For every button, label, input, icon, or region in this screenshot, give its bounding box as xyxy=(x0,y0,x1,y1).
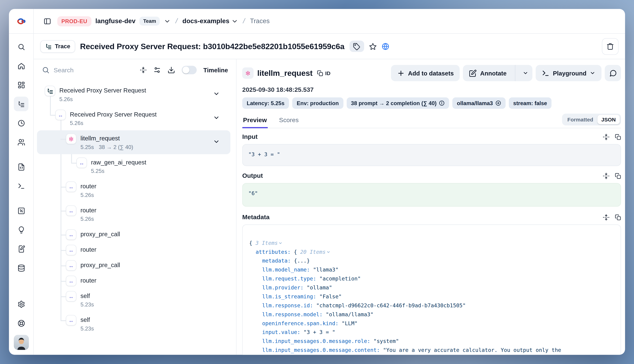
metadata-json-viewer[interactable]: { 3 Itemsattributes: { 20 Itemsmetadata:… xyxy=(242,224,621,355)
node-type-badge: ↔ xyxy=(66,182,76,192)
delete-trace-button[interactable] xyxy=(602,38,618,54)
tree-node-raw-gen-ai-request[interactable]: ↔raw_gen_ai_request5.25s xyxy=(37,154,230,178)
message-bubble-icon xyxy=(609,69,617,77)
annotate-button[interactable]: Annotate xyxy=(463,65,512,81)
collapse-metadata-button[interactable] xyxy=(603,214,609,220)
format-option-json[interactable]: JSON xyxy=(597,115,620,124)
badge[interactable]: ollama/llama3 xyxy=(453,98,506,109)
node-collapse-chevron[interactable] xyxy=(213,90,220,99)
tree-node-litellm-request[interactable]: ✻litellm_request5.25s38 → 2 (∑ 40) xyxy=(37,130,230,154)
copy-id-button[interactable]: ID xyxy=(317,70,330,76)
sidebar-item-tracing[interactable] xyxy=(14,96,29,111)
search-icon xyxy=(42,66,50,74)
input-section-header: Input xyxy=(242,133,621,140)
user-avatar[interactable] xyxy=(14,335,29,350)
sidebar-item-playground[interactable] xyxy=(14,179,29,193)
sidebar-item-search[interactable] xyxy=(14,39,29,54)
sidebar-item-sessions[interactable] xyxy=(14,116,29,130)
sidebar-item-annotation[interactable] xyxy=(14,242,29,256)
sidebar-toggle-button[interactable] xyxy=(41,15,53,27)
tree-settings-button[interactable] xyxy=(153,66,161,74)
format-option-formatted[interactable]: Formatted xyxy=(563,115,597,124)
project-switcher[interactable]: docs-examples xyxy=(182,18,238,25)
sidebar-item-home[interactable] xyxy=(14,58,29,73)
tree-node-router[interactable]: ↔router5.26s xyxy=(37,178,230,202)
tree-connector xyxy=(61,187,66,187)
tree-search-input[interactable] xyxy=(54,66,98,74)
tree-node-self[interactable]: ↔self5.23s xyxy=(37,288,230,312)
json-line: llm.response.id: "chatcmpl-d96622c0-c642… xyxy=(249,301,615,310)
playground-button[interactable]: Playground xyxy=(536,65,601,81)
json-line: metadata: {...} xyxy=(249,256,615,266)
tab-preview[interactable]: Preview xyxy=(242,114,268,128)
json-item-count[interactable]: 20 Items xyxy=(300,249,331,255)
json-item-count[interactable]: 3 Items xyxy=(256,240,283,246)
json-key: metadata: xyxy=(262,258,291,264)
span-arrows-icon: ↔ xyxy=(69,232,74,238)
node-collapse-chevron[interactable] xyxy=(213,138,220,146)
download-button[interactable] xyxy=(168,66,175,74)
breadcrumb-section[interactable]: Traces xyxy=(250,18,270,25)
home-icon xyxy=(17,62,25,70)
tree-node-router[interactable]: ↔router xyxy=(37,272,230,288)
sidebar-item-settings[interactable] xyxy=(14,297,29,311)
tree-toolbar: Timeline xyxy=(34,59,236,77)
node-duration: 5.25s xyxy=(91,167,104,175)
sidebar-item-prompts[interactable] xyxy=(14,160,29,174)
tree-connector xyxy=(61,320,66,321)
sidebar-item-users[interactable] xyxy=(14,135,29,149)
json-brace: { xyxy=(249,240,252,246)
tree-node-received-proxy-server-request[interactable]: Received Proxy Server Request5.26s xyxy=(37,82,230,106)
annotate-dropdown-button[interactable] xyxy=(519,65,533,81)
preview-scroll-area[interactable]: Input "3 + 3 = " Output xyxy=(242,128,621,355)
json-line: llm.request.type: "acompletion" xyxy=(249,274,615,283)
node-metrics: 5.25s xyxy=(91,167,146,175)
tree-node-self[interactable]: ↔self5.23s xyxy=(37,312,230,336)
collapse-all-button[interactable] xyxy=(140,66,147,73)
plus-icon xyxy=(397,69,405,77)
tree-node-proxy-pre-call[interactable]: ↔proxy_pre_call xyxy=(37,257,230,272)
sidebar-item-support[interactable] xyxy=(14,316,29,330)
copy-input-button[interactable] xyxy=(615,134,621,140)
plus-circle-icon xyxy=(495,100,501,106)
litellm-knot-logo-icon xyxy=(17,16,26,26)
copy-output-button[interactable] xyxy=(615,172,621,179)
node-duration: 5.26s xyxy=(70,119,83,127)
tree-node-router[interactable]: ↔router xyxy=(37,242,230,257)
org-switcher-chevron[interactable] xyxy=(164,18,171,24)
tree-search xyxy=(42,66,133,74)
list-tree-icon xyxy=(47,88,53,94)
json-line: llm.provider: "ollama" xyxy=(249,283,615,292)
badge[interactable]: 38 prompt → 2 completion (∑ 40) xyxy=(346,98,449,109)
org-logo[interactable] xyxy=(9,9,34,34)
action-buttons: Add to datasets Annotate P xyxy=(391,65,621,81)
timeline-toggle[interactable] xyxy=(182,66,197,74)
node-text: proxy_pre_call xyxy=(81,226,120,238)
input-heading: Input xyxy=(242,133,258,140)
node-metrics: 5.25s38 → 2 (∑ 40) xyxy=(81,143,133,151)
tree-node-router[interactable]: ↔router5.26s xyxy=(37,202,230,226)
node-collapse-chevron[interactable] xyxy=(213,114,220,123)
tab-scores[interactable]: Scores xyxy=(278,114,299,128)
globe-icon xyxy=(381,42,389,50)
sidebar-item-datasets[interactable] xyxy=(14,261,29,275)
public-share-button[interactable] xyxy=(381,42,389,50)
fold-vertical-icon xyxy=(603,134,609,140)
input-value: "3 + 3 = " xyxy=(248,152,280,158)
comments-button[interactable] xyxy=(605,65,621,81)
sidebar-item-evaluation[interactable] xyxy=(14,204,29,218)
node-text: self5.23s xyxy=(81,288,94,308)
support-icon xyxy=(17,319,25,327)
copy-metadata-button[interactable] xyxy=(615,214,621,220)
tag-button[interactable] xyxy=(349,40,364,52)
organization-name[interactable]: langfuse-dev xyxy=(95,18,135,25)
tree-node-received-proxy-server-request[interactable]: ↔Received Proxy Server Request5.26s xyxy=(37,106,230,130)
sidebar-item-insights[interactable] xyxy=(14,222,29,237)
collapse-input-button[interactable] xyxy=(603,134,609,140)
sidebar-item-dashboards[interactable] xyxy=(14,78,29,92)
bookmark-star-button[interactable] xyxy=(369,42,376,50)
add-to-datasets-button[interactable]: Add to datasets xyxy=(391,65,460,81)
tree-node-proxy-pre-call[interactable]: ↔proxy_pre_call xyxy=(37,226,230,242)
collapse-output-button[interactable] xyxy=(603,172,609,179)
sliders-icon xyxy=(153,66,161,74)
